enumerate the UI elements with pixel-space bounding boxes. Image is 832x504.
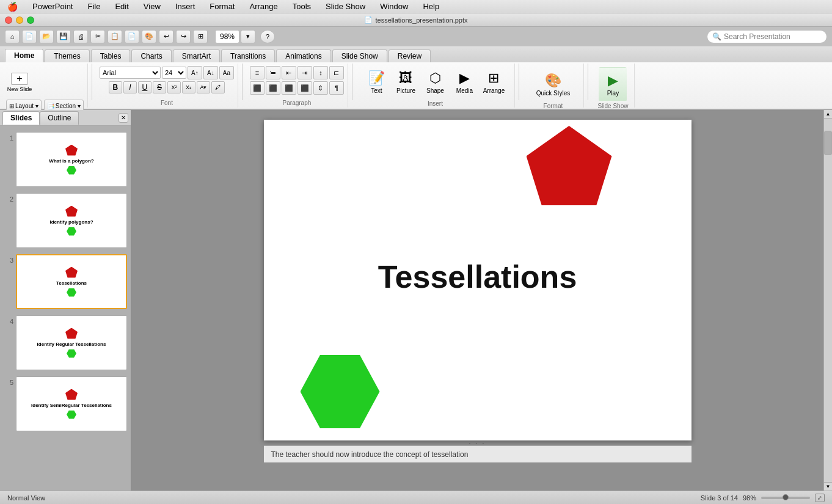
redo-btn[interactable]: ↪ — [176, 30, 191, 43]
maximize-button[interactable] — [27, 16, 34, 24]
tab-animations[interactable]: Animations — [276, 49, 330, 62]
align-left-btn[interactable]: ⬛ — [250, 81, 265, 95]
strikethrough-button[interactable]: S — [153, 81, 166, 93]
paste-btn[interactable]: 📄 — [125, 30, 139, 43]
highlight-btn[interactable]: 🖍 — [211, 81, 225, 93]
quick-styles-button[interactable]: 🎨 Quick Styles — [531, 67, 574, 101]
thumb-title-5: Identify SemiRegular Tessellations — [31, 403, 112, 408]
open-btn[interactable]: 📂 — [39, 30, 54, 43]
arrange-button[interactable]: ⊞ Arrange — [480, 65, 508, 99]
align-justify-btn[interactable]: ⬛ — [297, 81, 312, 95]
superscript-btn[interactable]: X² — [167, 81, 181, 93]
zoom-level[interactable]: 98% — [215, 30, 239, 43]
menu-insert[interactable]: Insert — [173, 1, 198, 12]
thumb-title-2: Identify polygons? — [49, 219, 93, 225]
increase-indent-btn[interactable]: ⇥ — [297, 66, 312, 79]
notes-area[interactable]: The teacher should now introduce the con… — [264, 445, 692, 462]
fullscreen-button[interactable]: ⤢ — [815, 494, 825, 502]
menu-arrange[interactable]: Arrange — [247, 1, 280, 12]
font-family-select[interactable]: Arial — [100, 67, 161, 79]
menu-help[interactable]: Help — [420, 1, 442, 12]
text-direction-btn[interactable]: ↕ — [313, 66, 328, 79]
paint-btn[interactable]: 🎨 — [142, 30, 156, 43]
slide-shape-hexagon[interactable] — [301, 355, 380, 428]
font-grow-btn[interactable]: A↑ — [188, 66, 202, 79]
slide-size-btn[interactable]: ⊞ — [193, 30, 208, 43]
clear-format-btn[interactable]: Aa — [219, 66, 234, 79]
tab-home[interactable]: Home — [5, 49, 43, 62]
font-size-select[interactable]: 24 — [162, 67, 186, 79]
picture-button[interactable]: 🖼 Picture — [392, 65, 420, 99]
zoom-slider-thumb[interactable] — [783, 494, 789, 500]
line-spacing-btn[interactable]: ⇕ — [313, 81, 328, 95]
bullets-btn[interactable]: ≡ — [250, 66, 265, 79]
home-btn[interactable]: ⌂ — [5, 30, 20, 43]
menu-powerpoint[interactable]: PowerPoint — [30, 1, 75, 12]
tab-transitions[interactable]: Transitions — [221, 49, 275, 62]
play-button[interactable]: ▶ Play — [599, 67, 627, 101]
normal-view-label[interactable]: Normal View — [7, 494, 45, 502]
print-btn[interactable]: 🖨 — [73, 30, 88, 43]
menu-file[interactable]: File — [85, 1, 103, 12]
menu-view[interactable]: View — [141, 1, 163, 12]
scroll-thumb[interactable] — [824, 131, 832, 155]
thumb-pentagon-5 — [65, 389, 78, 400]
slide-thumbnail-5[interactable]: Identify SemiRegular Tessellations — [16, 376, 127, 431]
subscript-btn[interactable]: X₂ — [182, 81, 195, 93]
minimize-button[interactable] — [16, 16, 23, 24]
slide-shape-pentagon[interactable] — [527, 126, 612, 205]
columns-btn[interactable]: ⊏ — [329, 66, 344, 79]
search-input[interactable] — [724, 32, 822, 41]
menu-format[interactable]: Format — [207, 1, 237, 12]
slide-thumbnail-2[interactable]: Identify polygons? — [16, 193, 127, 248]
numbering-btn[interactable]: ≔ — [266, 66, 280, 79]
para-spacing-btn[interactable]: ¶ — [329, 81, 344, 95]
thumb-hex-3 — [67, 288, 76, 297]
apple-menu[interactable]: 🍎 — [5, 1, 20, 12]
italic-button[interactable]: I — [123, 81, 137, 93]
menu-slideshow[interactable]: Slide Show — [323, 1, 368, 12]
slide-number-2: 2 — [4, 193, 13, 203]
close-panel-button[interactable]: ✕ — [119, 113, 128, 123]
undo-btn[interactable]: ↩ — [159, 30, 173, 43]
copy-btn[interactable]: 📋 — [108, 30, 122, 43]
slide-thumbnail-3[interactable]: Tessellations — [16, 254, 127, 309]
media-button[interactable]: ▶ Media — [450, 65, 478, 99]
help-btn[interactable]: ? — [260, 30, 275, 43]
menu-edit[interactable]: Edit — [112, 1, 131, 12]
bold-button[interactable]: B — [109, 81, 122, 93]
slide-canvas[interactable]: Tessellations — [264, 120, 692, 440]
slide-title-text[interactable]: Tessellations — [264, 258, 692, 295]
decrease-indent-btn[interactable]: ⇤ — [282, 66, 296, 79]
tab-slideshow[interactable]: Slide Show — [332, 49, 387, 62]
font-shrink-btn[interactable]: A↓ — [203, 66, 218, 79]
scroll-up-button[interactable]: ▲ — [824, 110, 832, 119]
cut-btn[interactable]: ✂ — [90, 30, 105, 43]
slide-thumbnail-4[interactable]: Identify Regular Tessellations — [16, 315, 127, 370]
align-center-btn[interactable]: ⬛ — [266, 81, 280, 95]
tab-slides[interactable]: Slides — [2, 111, 40, 125]
new-slide-button[interactable]: + New Slide — [6, 67, 33, 98]
tab-smartart[interactable]: SmartArt — [173, 49, 220, 62]
tab-themes[interactable]: Themes — [45, 49, 89, 62]
menu-window[interactable]: Window — [378, 1, 411, 12]
text-button[interactable]: 📝 Text — [362, 65, 390, 99]
underline-button[interactable]: U — [138, 81, 151, 93]
tab-charts[interactable]: Charts — [131, 49, 171, 62]
align-right-btn[interactable]: ⬛ — [282, 81, 296, 95]
thumb-title-4: Identify Regular Tessellations — [37, 341, 106, 347]
tab-tables[interactable]: Tables — [91, 49, 131, 62]
zoom-dropdown[interactable]: ▾ — [241, 30, 255, 43]
close-button[interactable] — [5, 16, 12, 24]
slide-thumbnail-1[interactable]: What is a polygon? — [16, 132, 127, 187]
save-btn[interactable]: 💾 — [56, 30, 71, 43]
scroll-down-button[interactable]: ▼ — [824, 482, 832, 491]
resize-handle[interactable]: • • • — [264, 440, 692, 445]
zoom-slider[interactable] — [761, 497, 810, 499]
new-btn[interactable]: 📄 — [22, 30, 37, 43]
tab-review[interactable]: Review — [389, 49, 431, 62]
tab-outline[interactable]: Outline — [40, 111, 79, 125]
font-color-btn[interactable]: A▾ — [197, 81, 210, 93]
shape-button[interactable]: ⬡ Shape — [421, 65, 449, 99]
menu-tools[interactable]: Tools — [290, 1, 313, 12]
